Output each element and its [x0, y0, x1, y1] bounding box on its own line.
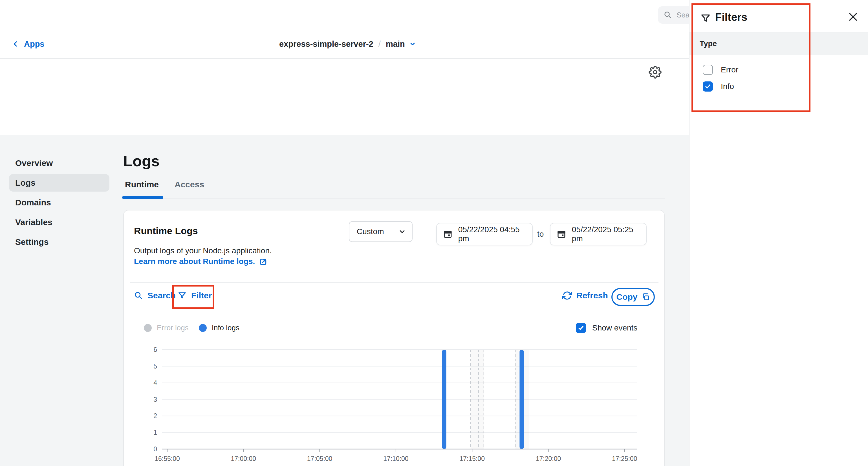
- x-tick-label: 16:55:00: [155, 455, 180, 462]
- chart-bar: [442, 350, 446, 449]
- back-to-apps-link[interactable]: Apps: [11, 30, 44, 58]
- sidebar-item-settings[interactable]: Settings: [9, 233, 110, 251]
- copy-button-label: Copy: [616, 292, 638, 302]
- environment-name: main: [386, 39, 405, 49]
- filter-option-error[interactable]: Error: [703, 65, 738, 75]
- breadcrumb: express-simple-server-2 / main: [279, 30, 416, 58]
- logs-tabs: Runtime Access: [125, 180, 204, 195]
- log-filter-button[interactable]: Filter: [178, 291, 212, 300]
- show-events-label: Show events: [592, 324, 637, 332]
- error-option-label: Error: [721, 65, 738, 74]
- error-logs-dot: [144, 324, 152, 332]
- funnel-icon: [178, 291, 187, 300]
- tab-runtime[interactable]: Runtime: [125, 180, 159, 195]
- date-to-field[interactable]: 05/22/2025 05:25 pm: [550, 223, 647, 245]
- check-icon: [577, 324, 585, 332]
- chart-legend: Error logs Info logs: [144, 324, 240, 332]
- check-icon: [704, 83, 712, 90]
- chevron-down-icon: [409, 40, 416, 47]
- settings-gear-button[interactable]: [649, 65, 664, 80]
- close-drawer-button[interactable]: [847, 10, 861, 24]
- y-tick-label: 2: [153, 412, 157, 420]
- external-link-icon: [259, 257, 268, 266]
- y-tick-label: 0: [153, 445, 157, 453]
- refresh-button-label: Refresh: [577, 291, 608, 300]
- legend-item-info-logs[interactable]: Info logs: [199, 324, 240, 332]
- x-tick-label: 17:10:00: [383, 455, 409, 462]
- filters-drawer-header: Filters: [689, 0, 868, 32]
- toolbar-divider-bottom: [130, 311, 658, 311]
- sidebar-item-overview[interactable]: Overview: [9, 155, 110, 172]
- tabs-divider: [122, 198, 665, 199]
- filter-option-info[interactable]: Info: [703, 81, 734, 92]
- sidebar-item-logs[interactable]: Logs: [9, 174, 110, 192]
- y-tick-label: 3: [153, 396, 157, 403]
- refresh-button[interactable]: Refresh: [562, 291, 608, 300]
- calendar-icon: [557, 229, 566, 239]
- y-tick-label: 6: [153, 346, 157, 353]
- app-screen: Sea Apps express-simple-server-2 / main …: [0, 0, 868, 466]
- runtime-logs-chart: 012345616:55:0017:00:0017:05:0017:10:001…: [141, 344, 660, 466]
- search-button-label: Search: [148, 291, 176, 300]
- filter-button-label: Filter: [191, 291, 212, 300]
- breadcrumb-app-name: express-simple-server-2: [279, 39, 373, 49]
- show-events-checkbox[interactable]: [576, 323, 586, 333]
- error-logs-label: Error logs: [157, 324, 189, 332]
- search-icon: [134, 291, 143, 300]
- learn-more-link[interactable]: Learn more about Runtime logs.: [134, 257, 268, 266]
- back-link-label: Apps: [24, 39, 44, 49]
- filter-section-type: Type: [689, 32, 868, 55]
- sidebar-item-variables[interactable]: Variables: [9, 213, 110, 231]
- active-tab-indicator: [122, 196, 163, 199]
- filters-drawer: Filters Type Error Info: [689, 0, 868, 466]
- search-placeholder: Sea: [677, 11, 689, 20]
- event-region: [471, 350, 484, 449]
- x-tick-label: 17:25:00: [612, 455, 637, 462]
- date-from-value: 05/22/2025 04:55 pm: [458, 225, 532, 243]
- x-tick-label: 17:15:00: [459, 455, 485, 462]
- info-logs-dot: [199, 324, 207, 332]
- time-range-selected-value: Custom: [357, 227, 384, 236]
- legend-item-error-logs[interactable]: Error logs: [144, 324, 189, 332]
- runtime-logs-description: Output logs of your Node.js application.: [134, 246, 272, 255]
- close-icon: [847, 11, 859, 23]
- x-tick-label: 17:00:00: [231, 455, 256, 462]
- environment-switcher[interactable]: main: [386, 39, 416, 49]
- y-tick-label: 1: [153, 429, 157, 436]
- show-events-toggle[interactable]: Show events: [576, 323, 637, 333]
- x-tick-label: 17:05:00: [307, 455, 333, 462]
- runtime-logs-title: Runtime Logs: [134, 225, 198, 236]
- chevron-down-icon: [398, 227, 406, 236]
- copy-logs-button[interactable]: Copy: [611, 288, 655, 306]
- info-logs-label: Info logs: [212, 324, 240, 332]
- date-to-value: 05/22/2025 05:25 pm: [572, 225, 646, 243]
- date-range-to-label: to: [537, 230, 544, 239]
- learn-more-label: Learn more about Runtime logs.: [134, 257, 255, 266]
- copy-icon: [642, 293, 650, 301]
- tab-access[interactable]: Access: [175, 180, 204, 195]
- search-icon: [663, 11, 672, 19]
- info-option-label: Info: [721, 82, 734, 91]
- toolbar-divider-top: [130, 282, 658, 283]
- y-tick-label: 4: [153, 379, 157, 387]
- sidebar-nav: Overview Logs Domains Variables Settings: [9, 155, 110, 251]
- breadcrumb-separator: /: [378, 39, 381, 49]
- error-checkbox[interactable]: [703, 65, 713, 75]
- time-range-select[interactable]: Custom: [349, 221, 412, 242]
- date-from-field[interactable]: 05/22/2025 04:55 pm: [436, 223, 533, 245]
- funnel-icon: [700, 13, 711, 24]
- log-search-button[interactable]: Search: [134, 291, 176, 300]
- gear-icon: [649, 66, 661, 78]
- y-tick-label: 5: [153, 363, 157, 370]
- sidebar-item-domains[interactable]: Domains: [9, 194, 110, 211]
- chart-bar: [520, 350, 524, 449]
- filters-drawer-title: Filters: [715, 11, 747, 23]
- info-checkbox[interactable]: [703, 81, 713, 92]
- calendar-icon: [443, 229, 453, 239]
- refresh-icon: [562, 291, 572, 300]
- chevron-left-icon: [11, 40, 20, 48]
- x-tick-label: 17:20:00: [536, 455, 561, 462]
- filter-section-label: Type: [700, 39, 717, 48]
- logs-page-heading: Logs: [123, 152, 160, 170]
